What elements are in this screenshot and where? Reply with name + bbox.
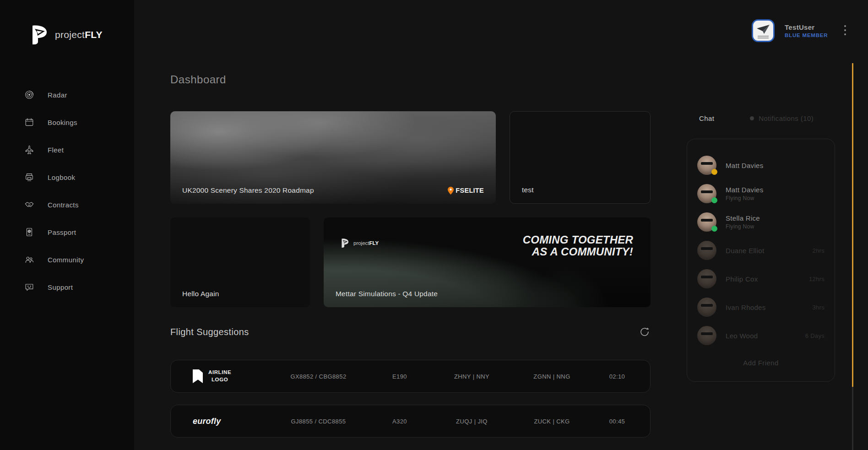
mettar-projectfly-logo: projectFLY [341,239,379,248]
projectfly-logo-icon [341,239,349,248]
projectfly-logo-icon [31,25,49,44]
sidebar-item-fleet[interactable]: Fleet [0,136,134,163]
friend-status: Flying Now [726,195,764,201]
arrival-airport: ZUCK | CKG [512,418,592,425]
friend-name: Matt Davies [726,186,764,194]
handshake-icon [24,199,35,210]
friend-row[interactable]: Duane Elliot 2hrs [697,236,825,265]
flight-numbers: GX8852 / CBG8852 [269,373,368,380]
friend-name: Philip Cox [726,275,758,283]
sidebar-item-label: Passport [48,228,76,236]
friend-avatar [697,212,716,232]
tab-notifications-label: Notifications (10) [759,114,814,122]
status-dot-icon [711,169,717,175]
friend-name: Ivan Rhodes [726,304,766,311]
sidebar-item-label: Contracts [48,201,79,209]
refresh-button[interactable] [639,326,651,338]
tab-chat[interactable]: Chat [699,114,714,122]
card-title: UK2000 Scenery Shares 2020 Roadmap [182,186,314,195]
sidebar-item-label: Logbook [48,173,75,181]
airline-logo-icon [193,369,203,383]
brand-project: project [55,29,85,40]
user-meta: TestUser BLUE MEMBER [785,23,828,38]
aircraft-type: A320 [368,418,432,425]
friend-avatar [697,241,716,260]
news-card-uk2000[interactable]: UK2000 Scenery Shares 2020 Roadmap FSELI… [170,111,496,204]
notifications-dot-icon [750,116,754,120]
sidebar-nav: Radar Bookings Fleet Logbook Contracts [0,81,134,301]
friend-row[interactable]: Ivan Rhodes 3hrs [697,293,825,321]
status-dot-icon [711,197,717,203]
overlay-line-2: AS A COMMUNITY! [523,246,633,258]
fselite-pin-icon [448,187,454,195]
sidebar-item-bookings[interactable]: Bookings [0,108,134,136]
logbook-icon [24,172,35,183]
user-avatar[interactable] [752,19,775,42]
fselite-wordmark: FSELITE [456,187,484,194]
airplane-icon [24,144,35,155]
community-icon [24,254,35,265]
mettar-overlay-text: COMING TOGETHER AS A COMMUNITY! [523,234,633,258]
calendar-icon [24,117,35,128]
radar-icon [24,89,35,100]
brand-name: projectFLY [55,29,103,40]
friend-row[interactable]: Matt Davies [697,151,825,179]
flight-suggestion-row[interactable]: eurofly GJ8855 / CDC8855 A320 ZUQJ | JIQ… [170,405,651,438]
sidebar-item-contracts[interactable]: Contracts [0,191,134,218]
scrollbar-thumb[interactable] [852,63,853,387]
more-options-button[interactable] [843,25,847,38]
brand-logo: projectFLY [0,0,134,44]
airline-name: AIRLINE LOGO [208,369,231,383]
friend-row[interactable]: Stella RiceFlying Now [697,208,825,236]
flight-suggestions-header: Flight Suggestions [170,326,651,338]
friend-avatar [697,156,716,175]
sidebar-item-label: Fleet [48,146,64,154]
overlay-line-1: COMING TOGETHER [523,234,633,246]
sidebar-item-passport[interactable]: Passport [0,218,134,246]
avatar-caption-line [758,38,769,38]
news-card-hello-again[interactable]: Hello Again [170,217,310,307]
support-chat-icon [24,282,35,293]
status-dot-icon [711,226,717,232]
sidebar: projectFLY Radar Bookings Fleet Logbook [0,0,134,450]
friend-avatar [697,269,716,288]
friend-last-seen: 6 Days [805,332,825,339]
friend-name: Duane Elliot [726,247,764,255]
refresh-icon [639,326,651,338]
sidebar-item-label: Community [48,256,84,264]
friend-avatar [697,184,716,203]
aircraft-type: E190 [368,373,432,380]
flight-duration: 00:45 [592,418,642,425]
friend-last-seen: 2hrs [813,247,825,254]
news-card-test[interactable]: test [510,111,651,204]
brand-fly: FLY [85,29,103,40]
flight-suggestion-row[interactable]: AIRLINE LOGO GX8852 / CBG8852 E190 ZHNY … [170,360,651,393]
news-card-mettar[interactable]: projectFLY COMING TOGETHER AS A COMMUNIT… [324,217,651,307]
sidebar-item-radar[interactable]: Radar [0,81,134,108]
chat-panel: Matt Davies Matt DaviesFlying Now Stella… [687,139,835,382]
friend-row[interactable]: Matt DaviesFlying Now [697,179,825,208]
sidebar-item-logbook[interactable]: Logbook [0,163,134,191]
departure-airport: ZHNY | NNY [432,373,512,380]
tab-notifications[interactable]: Notifications (10) [750,114,814,122]
airline-cell: eurofly [171,417,269,426]
departure-airport: ZUQJ | JIQ [432,418,512,425]
friend-last-seen: 12hrs [809,276,825,282]
avatar-caption-line [758,36,769,37]
card-title: Mettar Simulations - Q4 Update [336,290,438,298]
paper-plane-icon [756,24,770,34]
friend-name: Leo Wood [726,332,758,340]
passport-icon [24,227,35,238]
friend-row[interactable]: Leo Wood 6 Days [697,321,825,350]
user-box: TestUser BLUE MEMBER [752,19,828,42]
add-friend-button[interactable]: Add Friend [697,352,825,375]
sidebar-item-support[interactable]: Support [0,273,134,301]
friend-row[interactable]: Philip Cox 12hrs [697,265,825,293]
brand-name-small: projectFLY [353,240,379,246]
arrival-airport: ZGNN | NNG [512,373,592,380]
scrollbar-track-rest [852,387,853,450]
username: TestUser [785,23,828,31]
friend-name: Matt Davies [726,162,764,169]
sidebar-item-community[interactable]: Community [0,246,134,273]
scrollbar[interactable] [852,63,853,450]
